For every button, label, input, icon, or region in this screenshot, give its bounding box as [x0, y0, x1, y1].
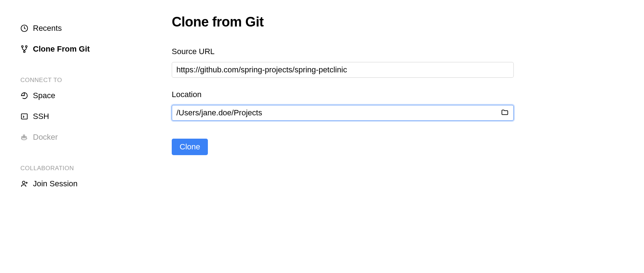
- sidebar-item-ssh[interactable]: SSH: [20, 106, 172, 127]
- sidebar: Recents Clone From Git CONNECT TO Space: [0, 0, 172, 273]
- sidebar-item-label: Recents: [33, 24, 62, 33]
- sidebar-item-label: Docker: [33, 133, 58, 142]
- clock-icon: [20, 24, 28, 32]
- svg-point-9: [23, 181, 25, 184]
- svg-point-3: [24, 51, 25, 53]
- sidebar-item-docker[interactable]: Docker: [20, 127, 172, 148]
- page-title: Clone from Git: [172, 14, 644, 30]
- browse-folder-button[interactable]: [499, 107, 510, 119]
- svg-rect-7: [25, 136, 26, 138]
- git-branch-icon: [20, 45, 28, 53]
- docker-icon: [20, 133, 28, 141]
- source-url-label: Source URL: [172, 47, 644, 56]
- sidebar-item-clone-git[interactable]: Clone From Git: [20, 39, 172, 59]
- sidebar-item-label: Join Session: [33, 179, 78, 188]
- svg-point-1: [21, 46, 23, 47]
- sidebar-item-label: SSH: [33, 112, 49, 121]
- source-url-group: Source URL: [172, 47, 644, 78]
- space-icon: [20, 92, 28, 100]
- sidebar-item-label: Clone From Git: [33, 44, 90, 54]
- sidebar-item-label: Space: [33, 91, 55, 100]
- folder-icon: [501, 109, 509, 118]
- sidebar-item-recents[interactable]: Recents: [20, 18, 172, 39]
- main-panel: Clone from Git Source URL Location Clone: [172, 0, 644, 273]
- svg-point-2: [25, 46, 27, 47]
- location-group: Location: [172, 90, 644, 121]
- section-header-connect: CONNECT TO: [20, 77, 172, 84]
- svg-rect-8: [23, 135, 25, 136]
- user-plus-icon: [20, 180, 28, 188]
- terminal-icon: [20, 112, 28, 120]
- sidebar-item-space[interactable]: Space: [20, 85, 172, 106]
- source-url-input[interactable]: [172, 62, 514, 78]
- svg-rect-6: [23, 136, 25, 138]
- svg-rect-4: [21, 114, 28, 119]
- section-header-collaboration: COLLABORATION: [20, 165, 172, 172]
- sidebar-item-join-session[interactable]: Join Session: [20, 173, 172, 194]
- location-label: Location: [172, 90, 644, 99]
- svg-rect-5: [22, 136, 23, 138]
- location-input-wrapper: [172, 105, 514, 121]
- location-input[interactable]: [172, 105, 514, 121]
- clone-button[interactable]: Clone: [172, 139, 208, 155]
